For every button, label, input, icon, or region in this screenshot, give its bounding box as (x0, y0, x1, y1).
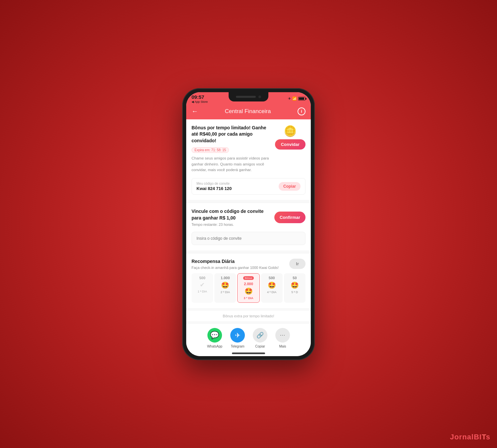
phone-frame: 09:57 ◀ App Store ✈ 📶 ← Central Financei… (182, 88, 315, 360)
day-card-3: Bônus 2.000 🤩 3 º DIA (237, 273, 259, 303)
share-copy[interactable]: 🔗 Copiar (253, 328, 267, 348)
phone-bottom-bar (232, 352, 265, 354)
bonus-tag: Bônus (243, 276, 254, 280)
bonus-description: Chame seus amigos para assistir vídeos p… (192, 156, 272, 173)
day-card-2: 1.000 🤩 2 º DIA (214, 273, 236, 303)
vincule-title: Vincule com o código de convite para gan… (192, 208, 274, 221)
day-5-points: 50 (293, 276, 297, 280)
telegram-label: Telegram (231, 345, 244, 348)
phone-screen: 09:57 ◀ App Store ✈ 📶 ← Central Financei… (186, 92, 311, 356)
coin-icon: 🪙 (284, 125, 297, 137)
wifi-icon: 📶 (292, 96, 297, 101)
speaker (236, 96, 256, 98)
daily-section: Recompensa Diária Faça check-in amanhã p… (186, 253, 311, 308)
invite-code-label: Meu código de convite (196, 182, 232, 185)
confirm-button[interactable]: Confirmar (274, 212, 305, 223)
more-label: Mais (279, 345, 286, 348)
go-button[interactable]: Ir (289, 259, 305, 269)
day-cards: 500 ✔ 1 º DIA 1.000 🤩 2 º DIA Bônus (192, 273, 305, 303)
daily-description: Faça check-in amanhã para ganhar 1000 Kw… (192, 265, 279, 270)
copy-share-label: Copiar (255, 345, 265, 348)
status-left: 09:57 ◀ App Store (192, 94, 208, 103)
watermark-brand: JornalBI (450, 433, 482, 441)
day-4-emoji: 🤩 (268, 281, 276, 289)
expiry-badge: Expira em: 71: 58: 15 (192, 147, 229, 153)
nav-title: Central Financeira (225, 108, 271, 115)
bonus-title: Bônus por tempo limitado! Ganhe até R$40… (192, 125, 272, 144)
extra-bonus-bar: Bônus extra por tempo limitado! (186, 311, 311, 321)
day-5-label: 5 º D (292, 290, 298, 294)
vincule-time: Tempo restante: 23 horas. (192, 223, 274, 226)
phone-wrapper: 09:57 ◀ App Store ✈ 📶 ← Central Financei… (182, 88, 315, 360)
status-time: 09:57 (192, 94, 208, 100)
whatsapp-label: WhatsApp (207, 345, 222, 348)
share-more[interactable]: ··· Mais (275, 328, 290, 348)
share-whatsapp[interactable]: 💬 WhatsApp (207, 328, 222, 348)
day-card-4: 500 🤩 4 º DIA (261, 273, 283, 303)
camera (258, 96, 261, 98)
day-2-emoji: 🤩 (221, 281, 229, 289)
telegram-icon[interactable]: ✈ (230, 328, 245, 343)
nav-bar: ← Central Financeira i (186, 105, 311, 119)
day-5-emoji: 🤩 (291, 281, 299, 289)
day-2-label: 2 º DIA (221, 290, 230, 294)
invite-code-value: Kwai 824 716 120 (196, 186, 232, 191)
day-3-label: 3 º DIA (244, 296, 253, 300)
copy-icon[interactable]: 🔗 (253, 328, 267, 343)
share-telegram[interactable]: ✈ Telegram (230, 328, 245, 348)
watermark-suffix: s (486, 433, 490, 441)
day-1-check-icon: ✔ (200, 281, 205, 288)
invite-code-box: Meu código de convite Kwai 824 716 120 C… (192, 178, 305, 195)
watermark-highlight: T (482, 433, 486, 441)
invite-code-input[interactable] (192, 232, 305, 245)
phone-notch (229, 92, 268, 101)
bonus-left: Bônus por tempo limitado! Ganhe até R$40… (192, 125, 272, 177)
day-4-points: 500 (269, 276, 275, 280)
back-button[interactable]: ← (192, 107, 198, 115)
day-1-points: 500 (199, 276, 205, 280)
watermark: JornalBITs (450, 433, 490, 441)
vincule-section: Vincule com o código de convite para gan… (186, 203, 311, 250)
day-3-emoji: 🤩 (245, 287, 253, 295)
day-2-points: 1.000 (221, 276, 230, 280)
day-card-5: 50 🤩 5 º D (284, 273, 305, 303)
day-1-label: 1 º DIA (197, 290, 207, 293)
more-icon[interactable]: ··· (275, 328, 290, 343)
status-right: ✈ 📶 (288, 96, 305, 101)
day-3-points: 2.000 (244, 282, 253, 286)
share-section: 💬 WhatsApp ✈ Telegram 🔗 C (186, 324, 311, 355)
day-card-1: 500 ✔ 1 º DIA (192, 273, 213, 303)
bonus-section: Bônus por tempo limitado! Ganhe até R$40… (186, 119, 311, 200)
extra-bonus-label: Bônus extra por tempo limitado! (223, 314, 274, 318)
bonus-right: 🪙 Convidar (275, 125, 305, 150)
airplane-icon: ✈ (288, 96, 291, 101)
copy-code-button[interactable]: Copiar (279, 182, 301, 191)
daily-title: Recompensa Diária (192, 259, 279, 264)
day-4-label: 4 º DIA (267, 290, 276, 294)
home-indicator (186, 355, 311, 356)
status-store: ◀ App Store (192, 100, 208, 103)
vincule-left: Vincule com o código de convite para gan… (192, 208, 274, 226)
whatsapp-icon[interactable]: 💬 (207, 328, 222, 343)
content-area[interactable]: Bônus por tempo limitado! Ganhe até R$40… (186, 119, 311, 356)
invite-button[interactable]: Convidar (275, 139, 305, 150)
info-button[interactable]: i (298, 107, 305, 115)
invite-code-left: Meu código de convite Kwai 824 716 120 (196, 182, 232, 191)
battery-icon (298, 97, 305, 100)
daily-left: Recompensa Diária Faça check-in amanhã p… (192, 259, 279, 270)
